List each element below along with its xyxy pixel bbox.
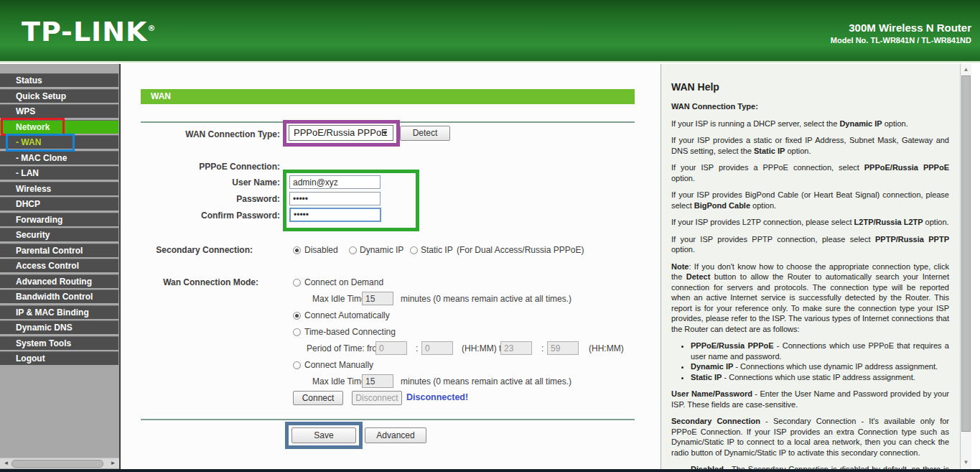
- help-paragraph: Note: If you don't know how to choose th…: [671, 262, 949, 335]
- scroll-right-icon[interactable]: ►: [108, 458, 118, 468]
- help-paragraph: If your ISP provides BigPond Cable (or H…: [671, 190, 949, 210]
- password-field[interactable]: [289, 192, 381, 205]
- help-list-item: Static IP - Connections which use static…: [691, 372, 949, 383]
- scroll-up-icon[interactable]: ▲: [961, 64, 971, 75]
- scroll-left-icon[interactable]: ◄: [1, 458, 11, 468]
- wan-connection-type-label: WAN Connection Type:: [121, 129, 280, 139]
- help-text: - Connections which use dynamic IP addre…: [733, 362, 938, 371]
- help-text: If your ISP provides L2TP connection, pl…: [671, 218, 854, 226]
- sidebar-item-wireless[interactable]: Wireless: [0, 182, 118, 195]
- help-list-item: Dynamic IP - Connections which use dynam…: [691, 361, 949, 372]
- help-paragraph: Secondary Connection - Secondary Connect…: [671, 416, 949, 458]
- sidebar-item-advanced-routing[interactable]: Advanced Routing: [0, 274, 118, 288]
- max-idle-label: Max Idle Time:: [312, 294, 368, 304]
- sidebar-item-forwarding[interactable]: Forwarding: [0, 213, 118, 226]
- radio-secondary-disabled[interactable]: [293, 246, 301, 254]
- max-idle-field[interactable]: [362, 292, 393, 305]
- pppoe-connection-label: PPPoE Connection:: [121, 162, 280, 172]
- sidebar-item-wps[interactable]: WPS: [0, 104, 118, 118]
- help-list: Disabled - The Secondary Connection is d…: [671, 464, 949, 469]
- sidebar-item-logout[interactable]: Logout: [0, 351, 118, 365]
- vertical-scrollbar-thumb[interactable]: [961, 75, 971, 432]
- detect-button[interactable]: Detect: [400, 126, 450, 141]
- registered-mark: ®: [147, 24, 156, 33]
- max-idle2-suffix: minutes (0 means remain active at all ti…: [401, 376, 571, 387]
- connection-status-text: Disconnected!: [406, 392, 468, 402]
- period-mid-label: (HH:MM) to: [462, 343, 506, 353]
- period-colon-2: :: [541, 343, 543, 353]
- product-name: 300M Wireless N Router: [831, 22, 971, 34]
- advanced-button[interactable]: Advanced: [365, 427, 426, 443]
- sidebar-item-quick-setup[interactable]: Quick Setup: [0, 89, 118, 103]
- period-to-min-field[interactable]: [547, 341, 579, 355]
- sidebar-item-network[interactable]: Network: [0, 120, 118, 134]
- max-idle2-label: Max Idle Time:: [312, 376, 368, 387]
- sidebar-item-dhcp[interactable]: DHCP: [0, 197, 118, 210]
- sidebar-item-mac-clone[interactable]: - MAC Clone: [0, 151, 118, 165]
- radio-connect-manually[interactable]: [293, 361, 301, 369]
- secondary-disabled-label: Disabled: [304, 245, 338, 255]
- period-from-hour-field[interactable]: [375, 341, 407, 355]
- period-of-time-label: Period of Time: from: [307, 343, 384, 353]
- sidebar-item-security[interactable]: Security: [0, 228, 118, 241]
- help-text: If your ISP provides a PPPoE connection,…: [671, 163, 864, 172]
- max-idle2-field[interactable]: [362, 374, 393, 388]
- sidebar-item-access-control[interactable]: Access Control: [0, 259, 118, 272]
- help-text: option.: [785, 147, 811, 155]
- sidebar: StatusQuick SetupWPSNetwork- WAN- MAC Cl…: [0, 64, 119, 469]
- sidebar-item-dynamic-dns[interactable]: Dynamic DNS: [0, 320, 118, 334]
- help-paragraph: If your ISP provides PPTP connection, pl…: [671, 234, 949, 255]
- sidebar-item-ip-mac-binding[interactable]: IP & MAC Binding: [0, 305, 118, 319]
- secondary-note: (For Dual Access/Russia PPPoE): [457, 245, 584, 255]
- help-bold-text: PPTP/Russia PPTP: [875, 235, 949, 244]
- help-content: WAN HelpWAN Connection Type:If your ISP …: [671, 81, 949, 469]
- help-bold-text: BigPond Cable: [694, 201, 750, 210]
- help-paragraph: If your ISP is running a DHCP server, se…: [671, 119, 949, 129]
- help-bold-text: Secondary Connection: [671, 417, 760, 425]
- connect-on-demand-label: Connect on Demand: [304, 277, 383, 287]
- help-bold-text: User Name/Password: [671, 389, 752, 398]
- radio-secondary-static-ip[interactable]: [410, 246, 418, 254]
- period-to-hour-field[interactable]: [500, 341, 532, 355]
- password-label: Password:: [121, 194, 280, 204]
- help-bold-text: L2TP/Russia L2TP: [854, 218, 923, 226]
- secondary-static-ip-label: Static IP: [421, 245, 453, 255]
- radio-time-based-connecting[interactable]: [293, 328, 301, 336]
- help-bold-text: Static IP: [691, 373, 722, 381]
- help-title: WAN Help: [671, 81, 949, 93]
- period-from-min-field[interactable]: [421, 341, 453, 355]
- sidebar-horizontal-scrollbar[interactable]: ◄ ►: [0, 458, 119, 468]
- vertical-scrollbar[interactable]: ▲ ▼: [960, 64, 971, 469]
- help-text: option.: [671, 174, 695, 182]
- save-button[interactable]: Save: [291, 427, 356, 443]
- sidebar-item-lan[interactable]: - LAN: [0, 166, 118, 180]
- help-text: option.: [671, 245, 695, 254]
- sidebar-item-wan[interactable]: - WAN: [0, 135, 118, 149]
- connect-button[interactable]: Connect: [293, 391, 343, 405]
- period-suffix: (HH:MM): [589, 343, 624, 353]
- help-text: If your ISP provides PPTP connection, pl…: [671, 235, 875, 244]
- user-name-field[interactable]: [289, 175, 381, 189]
- horizontal-scrollbar-thumb[interactable]: [11, 460, 103, 468]
- sidebar-item-status[interactable]: Status: [0, 73, 118, 87]
- radio-secondary-dynamic-ip[interactable]: [349, 246, 357, 254]
- secondary-connection-label: Secondary Connection:: [121, 245, 253, 255]
- sidebar-item-bandwidth-control[interactable]: Bandwidth Control: [0, 290, 118, 303]
- sidebar-item-system-tools[interactable]: System Tools: [0, 336, 118, 350]
- scroll-down-icon[interactable]: ▼: [961, 457, 971, 468]
- header-product-info: 300M Wireless N Router Model No. TL-WR84…: [831, 22, 971, 45]
- help-list-item: Disabled - The Secondary Connection is d…: [691, 464, 949, 469]
- tplink-logo: TP-LINK®: [22, 16, 156, 47]
- wan-mode-label: Wan Connection Mode:: [121, 277, 258, 287]
- logo-text: TP-LINK: [22, 16, 147, 47]
- radio-connect-automatically[interactable]: [293, 312, 301, 320]
- radio-connect-on-demand[interactable]: [293, 279, 301, 287]
- separator-line: [141, 419, 635, 420]
- sidebar-item-parental-control[interactable]: Parental Control: [0, 244, 118, 257]
- confirm-password-field[interactable]: [289, 208, 381, 222]
- wan-connection-type-select[interactable]: PPPoE/Russia PPPoE ▼: [289, 125, 393, 141]
- help-paragraph: If your ISP provides a PPPoE connection,…: [671, 162, 949, 183]
- help-bold-text: WAN Connection Type:: [671, 102, 758, 111]
- help-text: option.: [882, 119, 908, 128]
- help-bold-text: Dynamic IP: [691, 362, 733, 371]
